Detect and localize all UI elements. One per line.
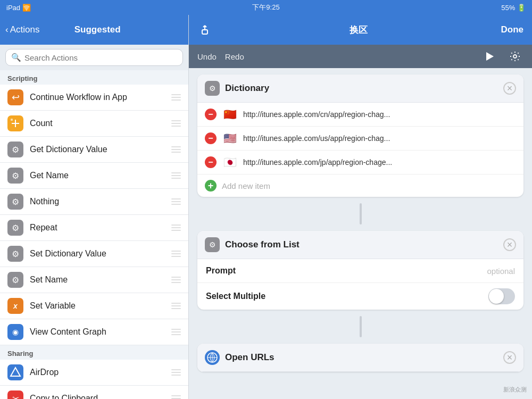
play-button[interactable] — [481, 48, 498, 65]
card-header-open-urls: Open URLs × — [197, 344, 523, 372]
list-item[interactable]: AirDrop — [0, 360, 188, 386]
workflow-area: ⚙ Dictionary × − 🇨🇳 http://itunes.apple.… — [189, 68, 532, 399]
dict-row-us: − 🇺🇸 http://itunes.apple.com/us/app/regi… — [197, 127, 523, 151]
svg-marker-3 — [11, 368, 20, 376]
action-icon — [7, 115, 23, 131]
redo-button[interactable]: Redo — [225, 52, 244, 61]
back-label[interactable]: Actions — [10, 24, 40, 35]
action-icon: ↩ — [7, 89, 23, 105]
toggle-knob — [489, 289, 504, 304]
svg-rect-2 — [11, 119, 13, 121]
list-item[interactable]: ◉ View Content Graph — [0, 319, 188, 345]
action-label: View Content Graph — [30, 327, 106, 337]
add-item-row[interactable]: + Add new item — [197, 174, 523, 197]
select-multiple-label: Select Multiple — [206, 292, 488, 301]
action-label: Repeat — [30, 223, 57, 232]
dictionary-close-button[interactable]: × — [503, 82, 516, 95]
search-input-wrap[interactable]: 🔍 — [5, 49, 183, 66]
svg-marker-5 — [486, 52, 494, 61]
undo-button[interactable]: Undo — [197, 52, 217, 61]
prompt-label: Prompt — [206, 266, 487, 276]
list-item[interactable]: ⚙ Get Name — [0, 163, 188, 189]
drag-handle — [171, 329, 181, 335]
drag-handle — [171, 395, 181, 399]
list-item[interactable]: ⚙ Get Dictionary Value — [0, 137, 188, 163]
action-label: Get Dictionary Value — [30, 145, 107, 154]
list-item[interactable]: x Set Variable — [0, 293, 188, 319]
action-label: Copy to Clipboard — [30, 394, 98, 399]
drag-handle — [171, 303, 181, 309]
svg-rect-1 — [15, 120, 16, 127]
main-layout: ‹ Actions Suggested 🔍 Scripting ↩ Contin… — [0, 15, 532, 399]
action-icon: ⚙ — [7, 168, 23, 184]
action-icon: ◉ — [7, 324, 23, 340]
url-jp[interactable]: http://itunes.apple.com/jp/app/region-ch… — [243, 158, 516, 167]
prompt-value: optional — [487, 267, 515, 276]
flag-jp: 🇯🇵 — [222, 156, 238, 169]
open-urls-title: Open URLs — [225, 352, 498, 363]
choose-from-list-title: Choose from List — [225, 239, 498, 250]
action-label: Get Name — [30, 171, 69, 180]
select-multiple-toggle[interactable] — [488, 288, 515, 304]
share-button[interactable] — [197, 20, 217, 39]
right-panel: 换区 Done Undo Redo ⚙ — [189, 15, 532, 399]
drag-handle — [171, 277, 181, 283]
url-us[interactable]: http://itunes.apple.com/us/app/region-ch… — [243, 134, 516, 143]
status-right: 55% 🔋 — [501, 4, 526, 12]
action-label: Set Dictionary Value — [30, 249, 106, 259]
action-icon — [7, 364, 23, 380]
section-header-sharing: Sharing — [0, 345, 188, 360]
action-icon: ✂ — [7, 390, 23, 399]
prompt-field-row: Prompt optional — [197, 259, 523, 283]
list-item[interactable]: Count — [0, 111, 188, 137]
ipad-label: iPad 🛜 — [6, 4, 31, 12]
back-button[interactable]: ‹ Actions — [5, 24, 39, 35]
battery-label: 55% 🔋 — [501, 4, 526, 12]
list-item[interactable]: ✂ Copy to Clipboard — [0, 386, 188, 399]
settings-button[interactable] — [506, 48, 523, 65]
list-item[interactable]: ⚙ Set Dictionary Value — [0, 241, 188, 267]
action-icon: ⚙ — [7, 142, 23, 157]
action-label: Continue Workflow in App — [30, 93, 127, 102]
list-item[interactable]: ↩ Continue Workflow in App — [0, 85, 188, 111]
list-item[interactable]: ⚙ Repeat — [0, 215, 188, 241]
remove-jp-button[interactable]: − — [205, 156, 217, 168]
action-icon: ⚙ — [7, 194, 23, 210]
list-item[interactable]: ⚙ Set Name — [0, 267, 188, 293]
drag-handle — [171, 172, 181, 179]
left-panel: ‹ Actions Suggested 🔍 Scripting ↩ Contin… — [0, 15, 189, 399]
dict-row-cn: − 🇨🇳 http://itunes.apple.com/cn/app/regi… — [197, 103, 523, 127]
scroll-divider — [197, 203, 523, 225]
remove-us-button[interactable]: − — [205, 132, 217, 144]
section-header-scripting: Scripting — [0, 70, 188, 85]
svg-point-6 — [513, 55, 517, 58]
right-top-bar: 换区 Done — [189, 15, 532, 45]
workflow-title: 换区 — [350, 24, 368, 36]
action-label: Set Name — [30, 275, 68, 285]
drag-handle — [171, 94, 181, 101]
drag-handle — [171, 120, 181, 127]
card-header-choose: ⚙ Choose from List × — [197, 231, 523, 259]
status-time: 下午9:25 — [252, 3, 279, 12]
choose-from-list-card: ⚙ Choose from List × Prompt optional Sel… — [197, 231, 523, 310]
dict-row-jp: − 🇯🇵 http://itunes.apple.com/jp/app/regi… — [197, 151, 523, 174]
open-urls-close-button[interactable]: × — [503, 351, 516, 364]
action-label: Count — [30, 119, 53, 128]
search-bar: 🔍 — [0, 45, 188, 70]
list-item[interactable]: ⚙ Nothing — [0, 189, 188, 215]
flag-cn: 🇨🇳 — [222, 108, 238, 121]
done-button[interactable]: Done — [501, 24, 524, 35]
nav-bar: ‹ Actions Suggested — [0, 15, 188, 45]
status-left: iPad 🛜 — [6, 4, 31, 12]
search-input[interactable] — [24, 53, 177, 62]
watermark: 新浪众测 — [503, 386, 527, 394]
nav-title: Suggested — [44, 24, 151, 35]
url-cn[interactable]: http://itunes.apple.com/cn/app/region-ch… — [243, 110, 516, 119]
choose-close-button[interactable]: × — [503, 238, 516, 251]
action-icon: ⚙ — [7, 246, 23, 262]
status-bar: iPad 🛜 下午9:25 55% 🔋 — [0, 0, 532, 15]
safari-icon — [205, 350, 220, 365]
add-item-button[interactable]: + — [205, 180, 217, 192]
scroll-divider-2 — [197, 316, 523, 337]
remove-cn-button[interactable]: − — [205, 109, 217, 120]
